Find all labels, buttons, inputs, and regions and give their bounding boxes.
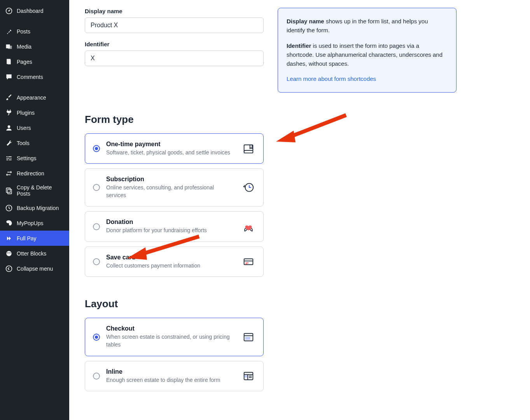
inline-icon	[241, 369, 255, 383]
option-inline[interactable]: Inline Enough screen estate to display t…	[85, 361, 264, 392]
sidebar-item-dashboard[interactable]: Dashboard	[0, 3, 69, 18]
sidebar-item-tools[interactable]: Tools	[0, 135, 69, 150]
popup-icon	[5, 219, 13, 227]
sidebar-item-label: Full Pay	[17, 235, 37, 242]
option-save-card[interactable]: Save card Collect customers payment info…	[85, 247, 264, 277]
option-desc: Donor platform for your fundraising effo…	[106, 227, 235, 234]
form-type-heading: Form type	[85, 114, 514, 126]
sidebar-item-otter[interactable]: Otter Blocks	[0, 246, 69, 261]
identifier-label: Identifier	[85, 41, 264, 47]
sidebar-item-label: Tools	[17, 140, 30, 146]
sidebar-item-label: Backup Migration	[17, 205, 59, 211]
radio-icon	[93, 334, 100, 341]
sidebar-item-label: Dashboard	[17, 8, 44, 14]
backup-icon	[5, 204, 13, 212]
clock-icon	[241, 180, 255, 194]
admin-sidebar: Dashboard Posts Media Pages Comments App…	[0, 0, 69, 420]
option-desc: Enough screen estate to display the enti…	[106, 376, 235, 384]
main-content: Display name Identifier Display name sho…	[69, 0, 530, 420]
svg-rect-8	[7, 189, 11, 194]
display-name-label: Display name	[85, 8, 264, 14]
dashboard-icon	[5, 7, 13, 15]
radio-icon	[93, 223, 100, 230]
help-strong-1: Display name	[287, 18, 324, 24]
sidebar-item-mypopups[interactable]: MyPopUps	[0, 215, 69, 231]
sidebar-item-settings[interactable]: Settings	[0, 150, 69, 166]
option-desc: Collect customers payment information	[106, 262, 235, 270]
sidebar-item-label: Posts	[17, 28, 30, 35]
svg-rect-14	[244, 145, 253, 153]
sidebar-item-media[interactable]: Media	[0, 39, 69, 54]
svg-rect-7	[6, 188, 10, 192]
sidebar-item-users[interactable]: Users	[0, 120, 69, 135]
comment-icon	[5, 73, 13, 81]
sidebar-item-collapse[interactable]: Collapse menu	[0, 261, 69, 276]
svg-point-11	[7, 252, 9, 254]
option-title: Save card	[106, 254, 235, 261]
svg-rect-26	[245, 376, 247, 377]
svg-rect-5	[7, 60, 10, 65]
fullpay-icon	[5, 234, 13, 242]
page-icon	[5, 58, 13, 66]
option-title: Checkout	[106, 325, 235, 332]
sidebar-item-redirection[interactable]: Redirection	[0, 166, 69, 181]
option-checkout[interactable]: Checkout When screen estate is constrain…	[85, 318, 264, 356]
sidebar-item-label: MyPopUps	[17, 220, 43, 226]
svg-rect-22	[245, 337, 250, 340]
option-donation[interactable]: Donation Donor platform for your fundrai…	[85, 211, 264, 242]
sidebar-item-label: Comments	[17, 74, 43, 80]
display-name-input[interactable]	[85, 18, 264, 33]
redirect-icon	[5, 169, 13, 177]
option-title: One-time payment	[106, 141, 235, 148]
otter-icon	[5, 249, 13, 257]
svg-point-12	[9, 252, 10, 254]
radio-icon	[93, 258, 100, 265]
pin-icon	[5, 27, 13, 35]
sidebar-item-posts[interactable]: Posts	[0, 24, 69, 39]
sidebar-item-backup[interactable]: Backup Migration	[0, 200, 69, 215]
sidebar-item-pages[interactable]: Pages	[0, 54, 69, 69]
svg-point-6	[7, 125, 10, 128]
option-one-time-payment[interactable]: One-time payment Software, ticket, physi…	[85, 133, 264, 164]
sidebar-item-label: Users	[17, 125, 31, 131]
option-subscription[interactable]: Subscription Online services, consulting…	[85, 168, 264, 206]
option-desc: Software, ticket, physical goods, and se…	[106, 149, 235, 157]
heart-icon	[241, 220, 255, 234]
sidebar-item-label: Redirection	[17, 170, 44, 177]
sidebar-item-plugins[interactable]: Plugins	[0, 105, 69, 120]
sidebar-item-label: Plugins	[17, 110, 35, 116]
layout-options: Checkout When screen estate is constrain…	[85, 318, 264, 391]
sidebar-item-appearance[interactable]: Appearance	[0, 90, 69, 105]
radio-icon	[93, 145, 100, 152]
plug-icon	[5, 108, 13, 117]
svg-rect-16	[244, 259, 253, 265]
help-link[interactable]: Learn more about form shortcodes	[287, 75, 376, 82]
option-title: Subscription	[106, 176, 235, 183]
card-icon	[241, 255, 255, 269]
user-icon	[5, 124, 13, 132]
sidebar-item-comments[interactable]: Comments	[0, 69, 69, 84]
identifier-input[interactable]	[85, 51, 264, 66]
option-desc: When screen estate is constrained, or us…	[106, 333, 235, 348]
svg-point-1	[8, 10, 9, 11]
sidebar-item-label: Media	[17, 44, 31, 50]
option-title: Donation	[106, 219, 235, 226]
layout-heading: Layout	[85, 298, 514, 310]
sidebar-item-copydelete[interactable]: Copy & Delete Posts	[0, 181, 69, 200]
checkout-icon	[241, 330, 255, 344]
sidebar-item-fullpay[interactable]: Full Pay	[0, 231, 69, 246]
copy-icon	[5, 187, 13, 195]
collapse-icon	[5, 264, 13, 273]
sidebar-item-label: Appearance	[17, 94, 46, 101]
sliders-icon	[5, 154, 13, 162]
media-icon	[5, 42, 13, 51]
option-desc: Online services, consulting, and profess…	[106, 184, 235, 199]
wrench-icon	[5, 139, 13, 147]
svg-point-10	[6, 251, 11, 256]
radio-icon	[93, 184, 100, 191]
svg-point-13	[6, 266, 12, 271]
sidebar-item-label: Otter Blocks	[17, 250, 46, 257]
sidebar-item-label: Collapse menu	[17, 266, 53, 272]
form-type-options: One-time payment Software, ticket, physi…	[85, 133, 264, 277]
sidebar-item-label: Copy & Delete Posts	[17, 184, 65, 197]
